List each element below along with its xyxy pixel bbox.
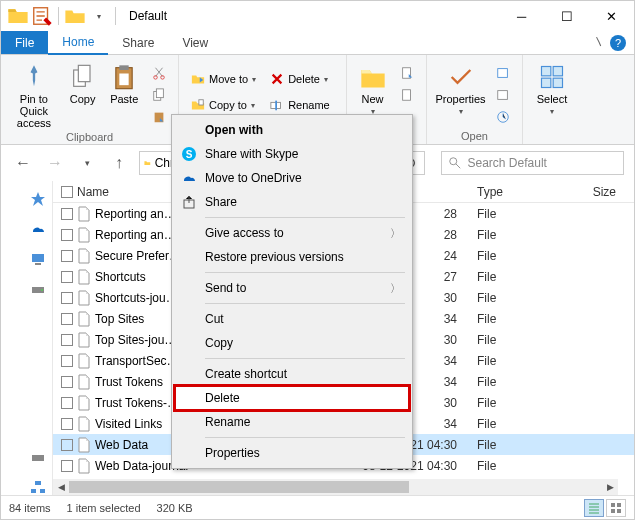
ctx-send-to[interactable]: Send to〉 [175,276,409,300]
file-name: Web Data [95,438,148,452]
skype-icon: S [181,146,197,162]
ctx-open-with[interactable]: Open with [175,118,409,142]
scrollbar-thumb[interactable] [69,481,409,493]
file-name: Top Sites [95,312,144,326]
cut-small-button[interactable] [148,63,170,83]
network-icon[interactable] [30,479,46,495]
ctx-rename[interactable]: Rename [175,410,409,434]
file-name: Trust Tokens-… [95,396,179,410]
recent-dropdown[interactable]: ▾ [75,151,99,175]
file-type: File [477,270,577,284]
context-menu: Open with S Share with Skype Move to One… [171,114,413,469]
ctx-delete[interactable]: Delete [175,386,409,410]
new-button[interactable]: New▾ [355,59,390,116]
folder-icon [144,156,151,170]
pin-to-quick-access-button[interactable]: Pin to Quick access [9,59,59,129]
row-checkbox[interactable] [61,229,73,241]
move-to-button[interactable]: Move to▾ [187,69,260,89]
copy-to-button[interactable]: Copy to▾ [187,95,260,115]
title-bar: ▾ Default ─ ☐ ✕ [1,1,634,31]
new-item-small[interactable] [396,63,418,83]
onedrive-icon [181,170,197,186]
paste-shortcut-small-button[interactable] [148,107,170,127]
svg-rect-4 [120,65,129,70]
maximize-button[interactable]: ☐ [544,1,589,31]
ctx-share[interactable]: Share [175,190,409,214]
row-checkbox[interactable] [61,271,73,283]
row-checkbox[interactable] [61,460,73,472]
row-checkbox[interactable] [61,208,73,220]
svg-point-27 [41,289,43,291]
copy-path-small-button[interactable] [148,85,170,105]
column-type[interactable]: Type [477,185,577,199]
column-size[interactable]: Size [577,185,634,199]
svg-rect-21 [542,78,551,87]
drive2-icon[interactable] [30,449,46,465]
ctx-properties[interactable]: Properties [175,441,409,465]
history-small[interactable] [492,107,514,127]
file-name: Visited Links [95,417,162,431]
svg-rect-15 [403,90,411,101]
paste-button[interactable]: Paste [106,59,142,105]
edit-small[interactable] [492,85,514,105]
tab-share[interactable]: Share [108,31,168,54]
delete-button[interactable]: Delete▾ [266,69,334,89]
horizontal-scrollbar[interactable]: ◀ ▶ [53,479,618,495]
svg-rect-22 [553,78,562,87]
this-pc-icon[interactable] [30,251,46,267]
drive-icon[interactable] [30,281,46,297]
row-checkbox[interactable] [61,250,73,262]
svg-rect-25 [35,263,41,265]
search-icon [448,156,462,170]
open-small[interactable] [492,63,514,83]
copy-button[interactable]: Copy [65,59,101,105]
row-checkbox[interactable] [61,439,73,451]
select-button[interactable]: Select▾ [531,59,573,116]
rename-button[interactable]: Rename [266,95,334,115]
row-checkbox[interactable] [61,292,73,304]
ctx-share-skype[interactable]: S Share with Skype [175,142,409,166]
row-checkbox[interactable] [61,355,73,367]
onedrive-icon[interactable] [30,221,46,237]
row-checkbox[interactable] [61,397,73,409]
ctx-create-shortcut[interactable]: Create shortcut [175,362,409,386]
tab-view[interactable]: View [168,31,222,54]
row-checkbox[interactable] [61,334,73,346]
ctx-give-access[interactable]: Give access to〉 [175,221,409,245]
ctx-cut[interactable]: Cut [175,307,409,331]
search-input[interactable]: Search Default [441,151,625,175]
help-button[interactable]: ? [610,35,626,51]
collapse-ribbon-button[interactable]: 〵 [594,37,604,48]
file-type: File [477,249,577,263]
ctx-copy[interactable]: Copy [175,331,409,355]
forward-button[interactable]: → [43,151,67,175]
details-view-button[interactable] [584,499,604,517]
quick-access-icon[interactable] [30,191,46,207]
chevron-right-icon: 〉 [390,281,401,296]
svg-rect-29 [31,489,36,493]
svg-rect-33 [617,503,621,507]
close-button[interactable]: ✕ [589,1,634,31]
status-size: 320 KB [157,502,193,514]
qat-properties-button[interactable] [31,5,53,27]
scroll-left-button[interactable]: ◀ [53,479,69,495]
back-button[interactable]: ← [11,151,35,175]
up-button[interactable]: ↑ [107,151,131,175]
tab-home[interactable]: Home [48,31,108,55]
qat-folder-button[interactable] [64,5,86,27]
row-checkbox[interactable] [61,313,73,325]
qat-dropdown[interactable]: ▾ [88,5,110,27]
ctx-restore[interactable]: Restore previous versions [175,245,409,269]
minimize-button[interactable]: ─ [499,1,544,31]
navigation-pane[interactable] [1,181,53,495]
thumbnails-view-button[interactable] [606,499,626,517]
tab-file[interactable]: File [1,31,48,54]
ctx-move-onedrive[interactable]: Move to OneDrive [175,166,409,190]
scroll-right-button[interactable]: ▶ [602,479,618,495]
row-checkbox[interactable] [61,418,73,430]
select-all-checkbox[interactable] [61,186,73,198]
easy-access-small[interactable] [396,85,418,105]
svg-rect-28 [32,455,44,461]
properties-button[interactable]: Properties▾ [435,59,486,116]
row-checkbox[interactable] [61,376,73,388]
